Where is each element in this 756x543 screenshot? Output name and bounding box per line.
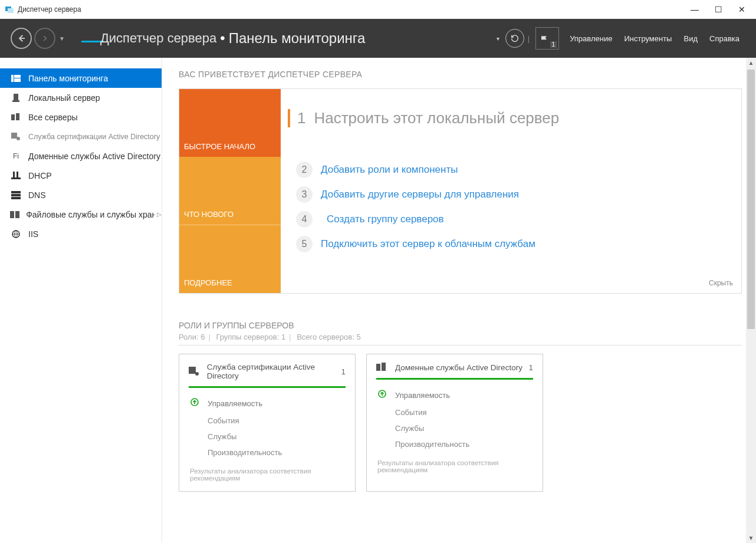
toolbar: ▼ Диспетчер сервера • Панель мониторинга…: [0, 19, 756, 58]
sidebar-item-dashboard[interactable]: Панель мониторинга: [0, 68, 162, 88]
row-events[interactable]: События: [189, 413, 346, 429]
svg-rect-7: [11, 114, 15, 120]
notifications-badge: 1: [550, 41, 557, 48]
scroll-up-icon[interactable]: ▲: [746, 58, 756, 68]
up-arrow-icon: [377, 389, 392, 401]
scroll-thumb[interactable]: [747, 70, 755, 329]
step-connect-cloud[interactable]: 5 Подключить этот сервер к облачным служ…: [296, 236, 726, 252]
nav-forward-button[interactable]: [34, 28, 55, 49]
tile-quick-start[interactable]: БЫСТРОЕ НАЧАЛО: [179, 89, 281, 157]
refresh-button[interactable]: [505, 29, 524, 48]
role-card-adds[interactable]: Доменные службы Active Directory 1 Управ…: [366, 354, 543, 492]
adds-icon: Fi: [9, 152, 22, 161]
breadcrumb-root[interactable]: Диспетчер сервера: [81, 31, 216, 46]
sidebar: Панель мониторинга Локальный сервер Все …: [0, 58, 162, 543]
row-events[interactable]: События: [376, 404, 533, 420]
breadcrumb-page: Панель мониторинга: [229, 30, 366, 47]
certificate-icon: [189, 367, 201, 376]
sidebar-item-dns[interactable]: DNS: [0, 185, 162, 205]
row-performance[interactable]: Производительность: [189, 445, 346, 460]
svg-rect-18: [15, 211, 19, 218]
sidebar-item-all-servers[interactable]: Все серверы: [0, 107, 162, 127]
main-area: Панель мониторинга Локальный сервер Все …: [0, 58, 756, 543]
sidebar-item-local-server[interactable]: Локальный сервер: [0, 88, 162, 107]
sidebar-item-dhcp[interactable]: DHCP: [0, 166, 162, 185]
step-text: Добавить другие серверы для управления: [321, 189, 519, 200]
svg-rect-6: [12, 100, 19, 102]
sidebar-label: DHCP: [28, 171, 52, 180]
menu-view[interactable]: Вид: [683, 34, 698, 43]
sidebar-label: Все серверы: [28, 113, 78, 122]
sidebar-item-adcs[interactable]: Служба сертификации Active Directory: [0, 127, 162, 146]
minimize-button[interactable]: —: [691, 5, 698, 14]
sidebar-label: Локальный сервер: [28, 93, 100, 103]
nav-history-dropdown[interactable]: ▼: [59, 35, 65, 42]
roles-subtitle: Роли: 6| Группы серверов: 1| Всего серве…: [179, 333, 742, 341]
sidebar-item-adds[interactable]: Fi Доменные службы Active Directory: [0, 146, 162, 166]
tile-learn-more[interactable]: ПОДРОБНЕЕ: [179, 225, 281, 293]
breadcrumb-caret[interactable]: ▾: [497, 35, 499, 42]
notifications-flag[interactable]: 1: [535, 27, 559, 50]
sidebar-label: Служба сертификации Active Directory: [28, 133, 160, 141]
sidebar-label: Панель мониторинга: [28, 74, 108, 83]
step-number: 5: [296, 236, 313, 252]
card-count: 1: [341, 367, 346, 376]
certificate-icon: [9, 132, 22, 141]
title-bar: Диспетчер сервера — ☐ ✕: [0, 0, 756, 19]
app-icon: [5, 5, 14, 14]
tile-whats-new[interactable]: ЧТО НОВОГО: [179, 157, 281, 225]
breadcrumb-separator: •: [220, 30, 225, 47]
adds-icon: [376, 363, 389, 372]
card-count: 1: [528, 363, 533, 372]
hide-link[interactable]: Скрыть: [709, 279, 733, 287]
menu-manage[interactable]: Управление: [570, 34, 612, 43]
card-title: Служба сертификации Active Directory: [207, 363, 341, 380]
row-services[interactable]: Службы: [189, 429, 346, 445]
content-pane: ВАС ПРИВЕТСТВУЕТ ДИСПЕТЧЕР СЕРВЕРА БЫСТР…: [162, 58, 756, 543]
vertical-scrollbar[interactable]: ▲ ▼: [746, 58, 756, 543]
step-add-servers[interactable]: 3 Добавить другие серверы для управления: [296, 186, 726, 203]
scroll-down-icon[interactable]: ▼: [746, 533, 756, 543]
svg-rect-17: [10, 211, 14, 218]
step-create-group[interactable]: 4 Создать группу серверов: [296, 211, 726, 228]
svg-rect-23: [376, 364, 380, 371]
dns-icon: [9, 190, 22, 200]
step-text: Добавить роли и компоненты: [321, 164, 458, 176]
row-services[interactable]: Службы: [376, 420, 533, 436]
svg-rect-20: [189, 367, 196, 374]
role-card-adcs[interactable]: Служба сертификации Active Directory 1 У…: [179, 354, 356, 492]
step-text: Создать группу серверов: [327, 213, 444, 225]
sidebar-item-file-storage[interactable]: Файловые службы и службы хранилища ▷: [0, 205, 162, 224]
menu-help[interactable]: Справка: [709, 34, 739, 43]
svg-rect-11: [13, 172, 15, 177]
row-performance[interactable]: Производительность: [376, 436, 533, 452]
dhcp-icon: [9, 171, 22, 180]
svg-rect-8: [16, 113, 19, 120]
welcome-heading: ВАС ПРИВЕТСТВУЕТ ДИСПЕТЧЕР СЕРВЕРА: [179, 70, 742, 79]
row-bpa[interactable]: Результаты анализатора соответствия реко…: [376, 456, 533, 477]
step-number: 4: [296, 211, 313, 228]
role-cards: Служба сертификации Active Directory 1 У…: [179, 354, 742, 492]
row-bpa[interactable]: Результаты анализатора соответствия реко…: [189, 464, 346, 485]
menu-tools[interactable]: Инструменты: [624, 34, 672, 43]
card-title: Доменные службы Active Directory: [395, 363, 522, 372]
row-manageability[interactable]: Управляемость: [189, 394, 346, 413]
close-button[interactable]: ✕: [738, 5, 745, 14]
toolbar-separator: |: [528, 34, 530, 43]
sidebar-label: DNS: [28, 190, 46, 200]
card-header: Доменные службы Active Directory 1: [376, 363, 533, 372]
sidebar-label: IIS: [28, 229, 38, 239]
nav-back-button[interactable]: [11, 28, 32, 49]
step-configure-server[interactable]: 1 Настроить этот локальный сервер: [296, 109, 726, 127]
step-number: 3: [296, 186, 313, 203]
storage-icon: [9, 210, 20, 219]
maximize-button[interactable]: ☐: [715, 5, 722, 14]
roles-title: РОЛИ И ГРУППЫ СЕРВЕРОВ: [179, 321, 742, 330]
dashboard-icon: [9, 74, 22, 83]
step-add-roles[interactable]: 2 Добавить роли и компоненты: [296, 162, 726, 178]
svg-rect-4: [14, 78, 21, 82]
row-manageability[interactable]: Управляемость: [376, 386, 533, 404]
iis-icon: [9, 229, 22, 239]
sidebar-item-iis[interactable]: IIS: [0, 224, 162, 243]
roles-section: РОЛИ И ГРУППЫ СЕРВЕРОВ Роли: 6| Группы с…: [179, 321, 742, 492]
